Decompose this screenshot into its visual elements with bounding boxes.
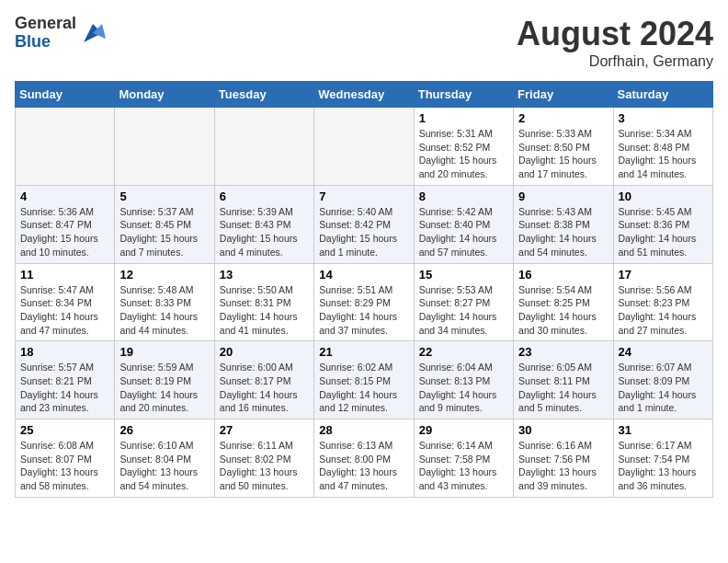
calendar-day-cell: 13Sunrise: 5:50 AMSunset: 8:31 PMDayligh…: [214, 263, 313, 341]
day-number: 5: [119, 190, 209, 203]
calendar-day-cell: 10Sunrise: 5:45 AMSunset: 8:36 PMDayligh…: [613, 185, 712, 263]
day-info: Sunrise: 6:05 AMSunset: 8:11 PMDaylight:…: [518, 361, 608, 415]
calendar-day-cell: 11Sunrise: 5:47 AMSunset: 8:34 PMDayligh…: [16, 263, 115, 341]
day-info: Sunrise: 6:17 AMSunset: 7:54 PMDaylight:…: [619, 439, 708, 493]
day-info: Sunrise: 6:11 AMSunset: 8:02 PMDaylight:…: [220, 439, 309, 493]
calendar-day-cell: 25Sunrise: 6:08 AMSunset: 8:07 PMDayligh…: [16, 419, 115, 498]
calendar-day-cell: 1Sunrise: 5:31 AMSunset: 8:52 PMDaylight…: [414, 108, 513, 186]
day-info: Sunrise: 5:37 AMSunset: 8:45 PMDaylight:…: [119, 205, 209, 259]
day-info: Sunrise: 6:07 AMSunset: 8:09 PMDaylight:…: [619, 361, 708, 415]
calendar-week-row: 4Sunrise: 5:36 AMSunset: 8:47 PMDaylight…: [16, 185, 713, 263]
day-info: Sunrise: 5:34 AMSunset: 8:48 PMDaylight:…: [619, 127, 708, 181]
calendar-day-cell: 15Sunrise: 5:53 AMSunset: 8:27 PMDayligh…: [414, 263, 513, 341]
day-info: Sunrise: 6:00 AMSunset: 8:17 PMDaylight:…: [220, 361, 309, 415]
logo-icon: [80, 20, 106, 46]
day-number: 12: [119, 268, 209, 282]
day-header-tuesday: Tuesday: [214, 82, 313, 108]
day-header-monday: Monday: [115, 82, 214, 108]
day-number: 2: [518, 111, 608, 125]
day-info: Sunrise: 5:36 AMSunset: 8:47 PMDaylight:…: [20, 205, 109, 259]
day-number: 20: [220, 345, 309, 359]
calendar-week-row: 11Sunrise: 5:47 AMSunset: 8:34 PMDayligh…: [16, 263, 713, 341]
day-info: Sunrise: 5:48 AMSunset: 8:33 PMDaylight:…: [119, 283, 209, 338]
calendar-header-row: SundayMondayTuesdayWednesdayThursdayFrid…: [16, 82, 713, 108]
day-info: Sunrise: 5:54 AMSunset: 8:25 PMDaylight:…: [518, 283, 608, 338]
day-header-saturday: Saturday: [613, 82, 712, 108]
calendar-week-row: 18Sunrise: 5:57 AMSunset: 8:21 PMDayligh…: [16, 341, 713, 419]
month-title: August 2024: [517, 15, 713, 53]
calendar-day-cell: 29Sunrise: 6:14 AMSunset: 7:58 PMDayligh…: [414, 419, 513, 498]
day-number: 28: [319, 423, 408, 437]
day-number: 3: [619, 111, 708, 125]
calendar-day-cell: 28Sunrise: 6:13 AMSunset: 8:00 PMDayligh…: [314, 419, 414, 498]
day-number: 13: [220, 268, 309, 282]
day-header-thursday: Thursday: [414, 82, 513, 108]
day-number: 23: [518, 345, 608, 359]
calendar-day-cell: [214, 108, 313, 186]
day-info: Sunrise: 5:40 AMSunset: 8:42 PMDaylight:…: [319, 205, 408, 259]
day-number: 21: [319, 345, 408, 359]
day-header-sunday: Sunday: [16, 82, 115, 108]
day-info: Sunrise: 5:39 AMSunset: 8:43 PMDaylight:…: [220, 205, 309, 259]
day-info: Sunrise: 5:50 AMSunset: 8:31 PMDaylight:…: [220, 283, 309, 338]
day-info: Sunrise: 5:57 AMSunset: 8:21 PMDaylight:…: [20, 361, 109, 415]
calendar-day-cell: 2Sunrise: 5:33 AMSunset: 8:50 PMDaylight…: [514, 108, 613, 186]
day-info: Sunrise: 5:47 AMSunset: 8:34 PMDaylight:…: [20, 283, 109, 338]
logo: General Blue: [15, 15, 106, 52]
day-number: 9: [518, 190, 608, 203]
location: Dorfhain, Germany: [517, 53, 713, 70]
calendar-day-cell: 24Sunrise: 6:07 AMSunset: 8:09 PMDayligh…: [613, 341, 712, 419]
calendar-day-cell: 27Sunrise: 6:11 AMSunset: 8:02 PMDayligh…: [214, 419, 313, 498]
day-number: 1: [419, 111, 508, 125]
calendar-day-cell: [314, 108, 414, 186]
day-info: Sunrise: 5:31 AMSunset: 8:52 PMDaylight:…: [419, 127, 508, 181]
day-info: Sunrise: 6:04 AMSunset: 8:13 PMDaylight:…: [419, 361, 508, 415]
day-number: 22: [419, 345, 508, 359]
calendar-day-cell: 20Sunrise: 6:00 AMSunset: 8:17 PMDayligh…: [214, 341, 313, 419]
day-info: Sunrise: 5:59 AMSunset: 8:19 PMDaylight:…: [119, 361, 209, 415]
calendar-day-cell: 18Sunrise: 5:57 AMSunset: 8:21 PMDayligh…: [16, 341, 115, 419]
day-info: Sunrise: 5:51 AMSunset: 8:29 PMDaylight:…: [319, 283, 408, 338]
calendar-day-cell: 8Sunrise: 5:42 AMSunset: 8:40 PMDaylight…: [414, 185, 513, 263]
day-number: 11: [20, 268, 109, 282]
day-info: Sunrise: 6:08 AMSunset: 8:07 PMDaylight:…: [20, 439, 109, 493]
calendar-day-cell: [16, 108, 115, 186]
day-number: 30: [518, 423, 608, 437]
calendar-day-cell: 6Sunrise: 5:39 AMSunset: 8:43 PMDaylight…: [214, 185, 313, 263]
day-number: 4: [20, 190, 109, 203]
calendar-day-cell: 19Sunrise: 5:59 AMSunset: 8:19 PMDayligh…: [115, 341, 214, 419]
day-number: 17: [619, 268, 708, 282]
day-number: 6: [220, 190, 309, 203]
calendar-day-cell: 22Sunrise: 6:04 AMSunset: 8:13 PMDayligh…: [414, 341, 513, 419]
day-number: 19: [119, 345, 209, 359]
day-info: Sunrise: 6:02 AMSunset: 8:15 PMDaylight:…: [319, 361, 408, 415]
day-number: 8: [419, 190, 508, 203]
logo-general: General: [15, 15, 76, 33]
page-header: General Blue August 2024 Dorfhain, Germa…: [15, 15, 713, 70]
day-number: 29: [419, 423, 508, 437]
day-info: Sunrise: 5:42 AMSunset: 8:40 PMDaylight:…: [419, 205, 508, 259]
calendar-day-cell: 7Sunrise: 5:40 AMSunset: 8:42 PMDaylight…: [314, 185, 414, 263]
calendar-day-cell: 23Sunrise: 6:05 AMSunset: 8:11 PMDayligh…: [514, 341, 613, 419]
logo-blue: Blue: [15, 33, 76, 52]
day-number: 14: [319, 268, 408, 282]
calendar-week-row: 25Sunrise: 6:08 AMSunset: 8:07 PMDayligh…: [16, 419, 713, 498]
calendar-day-cell: 5Sunrise: 5:37 AMSunset: 8:45 PMDaylight…: [115, 185, 214, 263]
day-number: 31: [619, 423, 708, 437]
calendar-day-cell: 21Sunrise: 6:02 AMSunset: 8:15 PMDayligh…: [314, 341, 414, 419]
calendar-day-cell: 3Sunrise: 5:34 AMSunset: 8:48 PMDaylight…: [613, 108, 712, 186]
day-info: Sunrise: 5:45 AMSunset: 8:36 PMDaylight:…: [619, 205, 708, 259]
day-header-wednesday: Wednesday: [314, 82, 414, 108]
day-number: 27: [220, 423, 309, 437]
calendar-day-cell: 17Sunrise: 5:56 AMSunset: 8:23 PMDayligh…: [613, 263, 712, 341]
day-info: Sunrise: 6:14 AMSunset: 7:58 PMDaylight:…: [419, 439, 508, 493]
calendar-day-cell: [115, 108, 214, 186]
day-number: 10: [619, 190, 708, 203]
calendar-day-cell: 14Sunrise: 5:51 AMSunset: 8:29 PMDayligh…: [314, 263, 414, 341]
day-number: 18: [20, 345, 109, 359]
calendar-day-cell: 12Sunrise: 5:48 AMSunset: 8:33 PMDayligh…: [115, 263, 214, 341]
calendar-day-cell: 31Sunrise: 6:17 AMSunset: 7:54 PMDayligh…: [613, 419, 712, 498]
calendar-day-cell: 26Sunrise: 6:10 AMSunset: 8:04 PMDayligh…: [115, 419, 214, 498]
day-number: 15: [419, 268, 508, 282]
day-info: Sunrise: 5:33 AMSunset: 8:50 PMDaylight:…: [518, 127, 608, 181]
